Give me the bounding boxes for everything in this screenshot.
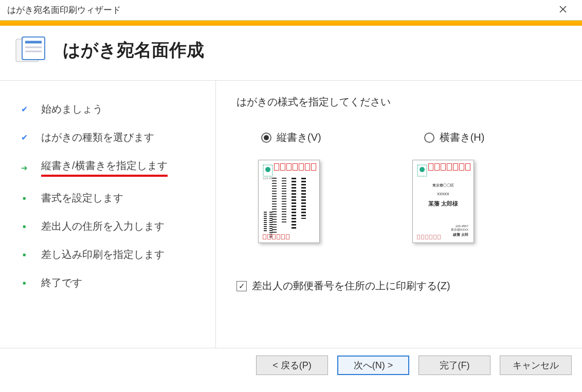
radio-icon-selected bbox=[261, 133, 271, 143]
main-panel: はがきの様式を指定してください 縦書き(V) 横書き(H) bbox=[216, 81, 582, 348]
svg-point-8 bbox=[265, 167, 270, 172]
cancel-button[interactable]: キャンセル bbox=[500, 356, 572, 375]
accent-strip bbox=[0, 21, 582, 26]
window-title: はがき宛名面印刷ウィザード bbox=[7, 4, 121, 16]
step-label: 始めましょう bbox=[41, 102, 103, 116]
check-icon: ✔ bbox=[20, 133, 29, 142]
close-icon bbox=[559, 4, 567, 16]
dot-icon: ■ bbox=[20, 223, 29, 229]
dot-icon: ■ bbox=[20, 280, 29, 286]
preview-horizontal: 東京都〇〇区 XXXXX 某藩 太郎様 123-4567 東京都XXXX 線藩 … bbox=[412, 160, 474, 243]
arrow-icon: ➔ bbox=[20, 163, 29, 173]
step-label: 差出人の住所を入力します bbox=[41, 219, 165, 233]
step-label: 書式を設定します bbox=[41, 191, 123, 205]
banner: はがき宛名面作成 bbox=[0, 26, 582, 81]
step-item: ✔ はがきの種類を選びます bbox=[0, 123, 215, 152]
step-item: ■ 差出人の住所を入力します bbox=[0, 212, 215, 240]
steps-sidebar: ✔ 始めましょう ✔ はがきの種類を選びます ➔ 縦書き/横書きを指定します ■… bbox=[0, 81, 216, 348]
radio-horizontal[interactable]: 横書き(H) bbox=[424, 130, 485, 144]
step-item: ■ 差し込み印刷を指定します bbox=[0, 240, 215, 269]
sender-postal-boxes bbox=[417, 235, 441, 239]
postal-boxes bbox=[428, 163, 470, 171]
checkbox-label: 差出人の郵便番号を住所の上に印刷する(Z) bbox=[252, 279, 450, 293]
sender-postal-boxes bbox=[263, 234, 289, 239]
step-label: 差し込み印刷を指定します bbox=[41, 248, 165, 262]
titlebar: はがき宛名面印刷ウィザード bbox=[0, 0, 582, 21]
checkbox-icon-checked: ✓ bbox=[237, 281, 247, 291]
back-button[interactable]: < 戻る(P) bbox=[256, 356, 328, 375]
next-button[interactable]: 次へ(N) > bbox=[337, 356, 409, 375]
close-button[interactable] bbox=[551, 3, 575, 18]
stamp-icon bbox=[417, 164, 427, 177]
step-label: はがきの種類を選びます bbox=[41, 130, 154, 144]
stamp-icon bbox=[263, 164, 273, 177]
banner-title: はがき宛名面作成 bbox=[63, 39, 204, 62]
step-item-current: ➔ 縦書き/横書きを指定します bbox=[0, 152, 215, 184]
preview-vertical: 123-4567 bbox=[258, 160, 320, 243]
radio-label: 横書き(H) bbox=[440, 130, 485, 144]
radio-icon bbox=[424, 133, 434, 143]
sender-vertical bbox=[264, 212, 272, 237]
horizontal-text-preview: 東京都〇〇区 XXXXX 某藩 太郎様 bbox=[418, 183, 468, 208]
radio-vertical[interactable]: 縦書き(V) bbox=[261, 130, 321, 144]
svg-point-10 bbox=[420, 167, 425, 172]
footer: < 戻る(P) 次へ(N) > 完了(F) キャンセル bbox=[0, 348, 582, 382]
step-item: ■ 終了です bbox=[0, 269, 215, 297]
postal-boxes bbox=[274, 163, 316, 171]
step-label: 縦書き/横書きを指定します bbox=[41, 159, 168, 177]
step-label: 終了です bbox=[41, 276, 82, 290]
dot-icon: ■ bbox=[20, 252, 29, 257]
prompt-text: はがきの様式を指定してください bbox=[237, 95, 561, 109]
dot-icon: ■ bbox=[20, 195, 29, 201]
step-item: ✔ 始めましょう bbox=[0, 95, 215, 123]
check-icon: ✔ bbox=[20, 104, 29, 114]
finish-button[interactable]: 完了(F) bbox=[419, 356, 490, 375]
radio-label: 縦書き(V) bbox=[277, 130, 321, 144]
step-item: ■ 書式を設定します bbox=[0, 184, 215, 212]
small-code: 123-4567 bbox=[263, 177, 276, 180]
checkbox-postal-above-address[interactable]: ✓ 差出人の郵便番号を住所の上に印刷する(Z) bbox=[237, 279, 561, 293]
wizard-icon bbox=[12, 35, 48, 66]
svg-rect-3 bbox=[22, 37, 45, 60]
